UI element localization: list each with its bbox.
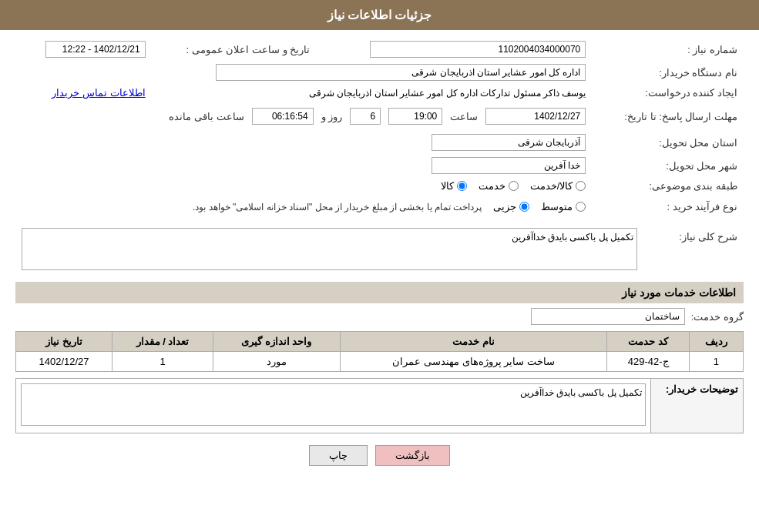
process-options: متوسط جزیی پرداخت تمام یا بخشی از مبلغ خ… [15,195,592,219]
org-name-label: نام دستگاه خریدار: [592,61,744,84]
announcement-input[interactable] [45,41,146,58]
category-options: کالا/خدمت خدمت کالا [15,177,592,195]
service-group-row: گروه خدمت: [15,308,744,325]
cell-quantity: 1 [113,352,213,372]
radio-kala[interactable]: کالا [441,180,467,192]
need-desc-value: <span data-bind="fields.need_desc_value"… [15,225,643,276]
cell-name: ساخت سایر پروژه‌های مهندسی عمران [340,352,607,372]
reply-date-input[interactable] [485,108,586,125]
service-group-label: گروه خدمت: [691,311,744,323]
reply-deadline-label: مهلت ارسال پاسخ: تا تاریخ: [592,102,744,131]
category-label: طبقه بندی موضوعی: [592,177,744,195]
cell-unit: مورد [213,352,340,372]
table-row: 1ج-42-429ساخت سایر پروژه‌های مهندسی عمرا… [16,352,744,372]
need-number-label: شماره نیاز : [592,38,744,61]
col-date: تاریخ نیاز [16,332,113,352]
col-unit: واحد اندازه گیری [213,332,340,352]
services-table: ردیف کد حدمت نام خدمت واحد اندازه گیری ت… [15,331,744,372]
days-label: روز و [321,111,343,122]
creator-value: یوسف ذاکر مسئول تدارکات اداره کل امور عش… [152,84,593,102]
province-input[interactable] [432,134,586,151]
need-number-input[interactable] [370,41,586,58]
city-input[interactable] [432,157,586,174]
buyer-desc-table: توضیحات خریدار: [15,378,744,433]
buyer-desc-value [16,379,651,433]
announcement-label: تاریخ و ساعت اعلان عمومی : [152,38,317,61]
button-bar: بازگشت چاپ [15,445,744,466]
announcement-value [15,38,152,61]
process-label: نوع فرآیند خرید : [592,195,744,219]
content-area: شماره نیاز : تاریخ و ساعت اعلان عمومی : … [0,30,759,481]
org-name-value [15,61,592,84]
city-label: شهر محل تحویل: [592,154,744,177]
need-desc-textarea[interactable]: <span data-bind="fields.need_desc_value"… [22,228,637,270]
service-group-input[interactable] [531,308,685,325]
page-title: جزئیات اطلاعات نیاز [0,0,759,30]
province-label: استان محل تحویل: [592,131,744,154]
reply-days-input[interactable] [350,108,381,125]
city-value [15,154,592,177]
reply-deadline-row: ساعت روز و ساعت باقی مانده [15,102,592,131]
services-section-header: اطلاعات خدمات مورد نیاز [15,282,744,303]
radio-jozyi[interactable]: جزیی [493,201,529,212]
radio-khedmat[interactable]: خدمت [479,180,519,192]
creator-label: ایجاد کننده درخواست: [592,84,744,102]
time-label: ساعت [450,111,478,122]
province-value [15,131,592,154]
info-table: شماره نیاز : تاریخ و ساعت اعلان عمومی : … [15,38,744,219]
buyer-desc-textarea[interactable] [21,383,646,426]
org-name-input[interactable] [216,64,586,81]
need-desc-table: شرح کلی نیاز: <span data-bind="fields.ne… [15,225,744,276]
cell-row: 1 [689,352,743,372]
contact-link[interactable]: اطلاعات تماس خریدار [52,87,145,99]
cell-code: ج-42-429 [607,352,689,372]
col-quantity: تعداد / مقدار [113,332,213,352]
process-note: پرداخت تمام یا بخشی از مبلغ خریدار از مح… [193,202,482,212]
need-desc-label: شرح کلی نیاز: [643,225,744,276]
col-code: کد حدمت [607,332,689,352]
remaining-label: ساعت باقی مانده [169,111,243,122]
print-button[interactable]: چاپ [309,445,368,466]
radio-motavaset[interactable]: متوسط [541,201,586,212]
col-row: ردیف [689,332,743,352]
page-wrapper: جزئیات اطلاعات نیاز شماره نیاز : تاریخ و… [0,0,759,532]
back-button[interactable]: بازگشت [375,445,450,466]
cell-date: 1402/12/27 [16,352,113,372]
need-number-value [316,38,592,61]
col-name: نام خدمت [340,332,607,352]
reply-remaining-input[interactable] [252,108,314,125]
reply-time-input[interactable] [388,108,442,125]
contact-link-cell: اطلاعات تماس خریدار [15,84,152,102]
buyer-desc-label: توضیحات خریدار: [651,379,744,433]
radio-kala-khedmat[interactable]: کالا/خدمت [530,180,586,192]
